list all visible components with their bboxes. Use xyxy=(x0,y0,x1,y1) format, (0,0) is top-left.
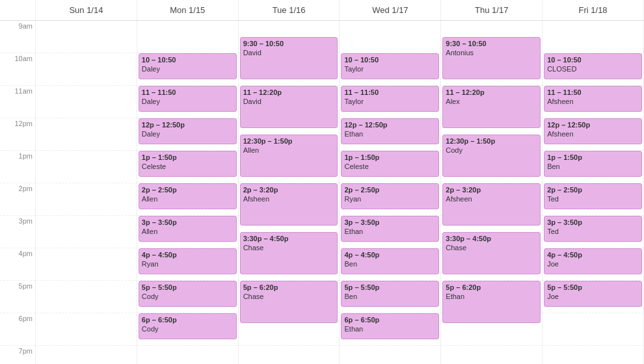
time-col-header xyxy=(0,0,36,20)
hour-cell xyxy=(543,313,643,346)
event-block[interactable]: 11 – 11:50Afsheen xyxy=(544,86,642,112)
day-header-fri: Fri 1/18 xyxy=(543,0,644,20)
header-row: Sun 1/14 Mon 1/15 Tue 1/16 Wed 1/17 Thu … xyxy=(0,0,644,21)
event-block[interactable]: 11 – 12:20pDavid xyxy=(240,86,338,128)
hour-cell xyxy=(36,118,137,151)
event-block[interactable]: 4p – 4:50pRyan xyxy=(139,248,237,274)
hour-cell xyxy=(36,86,137,118)
time-label: 1pm xyxy=(0,151,35,183)
event-block[interactable]: 2p – 2:50pAllen xyxy=(139,183,237,209)
hour-cell xyxy=(543,346,643,364)
hour-cell xyxy=(36,151,137,183)
event-block[interactable]: 4p – 4:50pJoe xyxy=(544,248,642,274)
event-block[interactable]: 1p – 1:50pCeleste xyxy=(341,151,439,177)
grid-body: 9am10am11am12pm1pm2pm3pm4pm5pm6pm7pm 10 … xyxy=(0,21,644,364)
event-block[interactable]: 4p – 4:50pBen xyxy=(341,248,439,274)
time-label: 5pm xyxy=(0,281,35,313)
event-block[interactable]: 6p – 6:50pEthan xyxy=(341,313,439,339)
event-block[interactable]: 2p – 2:50pTed xyxy=(544,183,642,209)
event-block[interactable]: 10 – 10:50CLOSED xyxy=(544,53,642,79)
time-label: 7pm xyxy=(0,346,35,364)
hour-cell xyxy=(441,346,542,364)
event-block[interactable]: 5p – 5:50pJoe xyxy=(544,281,642,307)
event-block[interactable]: 3p – 3:50pAllen xyxy=(139,216,237,242)
event-block[interactable]: 12p – 12:50pAfsheen xyxy=(544,118,642,144)
hour-cell xyxy=(36,281,137,313)
event-block[interactable]: 5p – 6:20pChase xyxy=(240,281,338,323)
hour-cell xyxy=(340,346,440,364)
time-label: 2pm xyxy=(0,183,35,216)
event-block[interactable]: 2p – 2:50pRyan xyxy=(341,183,439,209)
hour-cell xyxy=(36,248,137,281)
hour-cell xyxy=(239,346,340,364)
hour-cell xyxy=(36,53,137,86)
time-label: 3pm xyxy=(0,216,35,248)
day-col-thu: 9:30 – 10:50Antonius11 – 12:20pAlex12:30… xyxy=(441,21,543,364)
event-block[interactable]: 10 – 10:50Taylor xyxy=(341,53,439,79)
event-block[interactable]: 3p – 3:50pEthan xyxy=(341,216,439,242)
event-block[interactable]: 9:30 – 10:50Antonius xyxy=(442,37,541,79)
event-block[interactable]: 5p – 6:20pEthan xyxy=(442,281,541,323)
day-header-sun: Sun 1/14 xyxy=(36,0,137,20)
event-block[interactable]: 11 – 11:50Taylor xyxy=(341,86,439,112)
day-col-sun xyxy=(36,21,137,364)
event-block[interactable]: 3p – 3:50pTed xyxy=(544,216,642,242)
day-col-mon: 10 – 10:50Daley11 – 11:50Daley12p – 12:5… xyxy=(137,21,239,364)
hour-cell xyxy=(543,21,643,53)
event-block[interactable]: 5p – 5:50pBen xyxy=(341,281,439,307)
event-block[interactable]: 3:30p – 4:50pChase xyxy=(442,232,541,274)
time-label: 12pm xyxy=(0,118,35,151)
day-header-wed: Wed 1/17 xyxy=(340,0,441,20)
hour-cell xyxy=(137,21,238,53)
event-block[interactable]: 2p – 3:20pAfsheen xyxy=(240,183,338,226)
calendar-container: Sun 1/14 Mon 1/15 Tue 1/16 Wed 1/17 Thu … xyxy=(0,0,644,364)
hour-cell xyxy=(137,346,238,364)
hour-cell xyxy=(340,21,440,53)
event-block[interactable]: 1p – 1:50pBen xyxy=(544,151,642,177)
event-block[interactable]: 5p – 5:50pCody xyxy=(139,281,237,307)
day-header-mon: Mon 1/15 xyxy=(137,0,239,20)
event-block[interactable]: 9:30 – 10:50David xyxy=(240,37,338,79)
hour-cell xyxy=(36,21,137,53)
day-header-thu: Thu 1/17 xyxy=(441,0,543,20)
time-label: 6pm xyxy=(0,313,35,346)
event-block[interactable]: 11 – 12:20pAlex xyxy=(442,86,541,128)
event-block[interactable]: 12p – 12:50pEthan xyxy=(341,118,439,144)
day-col-fri: 10 – 10:50CLOSED11 – 11:50Afsheen12p – 1… xyxy=(543,21,644,364)
hour-cell xyxy=(36,346,137,364)
hour-cell xyxy=(36,183,137,216)
hour-cell xyxy=(36,313,137,346)
event-block[interactable]: 12:30p – 1:50pCody xyxy=(442,135,541,177)
time-label: 9am xyxy=(0,21,35,53)
day-header-tue: Tue 1/16 xyxy=(239,0,340,20)
event-block[interactable]: 12:30p – 1:50pAllen xyxy=(240,135,338,177)
time-label: 4pm xyxy=(0,248,35,281)
event-block[interactable]: 2p – 3:20pAfsheen xyxy=(442,183,541,226)
event-block[interactable]: 10 – 10:50Daley xyxy=(139,53,237,79)
time-label: 10am xyxy=(0,53,35,86)
hour-cell xyxy=(36,216,137,248)
event-block[interactable]: 1p – 1:50pCeleste xyxy=(139,151,237,177)
day-col-wed: 10 – 10:50Taylor11 – 11:50Taylor12p – 12… xyxy=(340,21,441,364)
time-column: 9am10am11am12pm1pm2pm3pm4pm5pm6pm7pm xyxy=(0,21,36,364)
day-col-tue: 9:30 – 10:50David11 – 12:20pDavid12:30p … xyxy=(239,21,340,364)
event-block[interactable]: 3:30p – 4:50pChase xyxy=(240,232,338,274)
event-block[interactable]: 11 – 11:50Daley xyxy=(139,86,237,112)
event-block[interactable]: 6p – 6:50pCody xyxy=(139,313,237,339)
time-label: 11am xyxy=(0,86,35,118)
event-block[interactable]: 12p – 12:50pDaley xyxy=(139,118,237,144)
